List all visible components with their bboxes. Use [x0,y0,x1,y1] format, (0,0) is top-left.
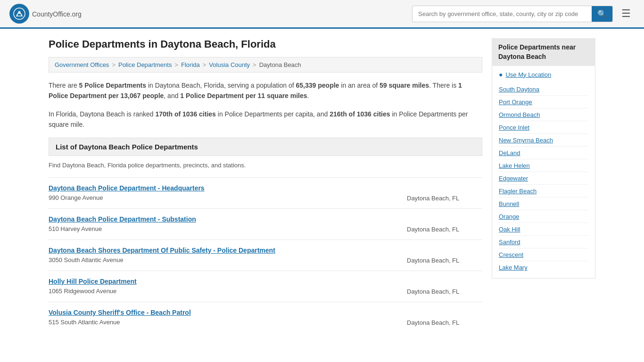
dept-address-4: 1065 Ridgewood Avenue [49,288,116,295]
sidebar-link-deland[interactable]: DeLand [499,149,520,156]
dept-info-5: Volusia County Sheriff's Office - Beach … [49,309,407,326]
dept-name-1[interactable]: Daytona Beach Police Department - Headqu… [49,184,205,192]
sidebar-location: ● Use My Location [499,71,588,78]
rank-capita: 170th of 1036 cities [155,110,215,118]
table-row: Daytona Beach Police Department - Substa… [49,208,482,239]
dept-city-5: Daytona Beach, FL [407,309,482,326]
sidebar-link-flagler-beach[interactable]: Flagler Beach [499,188,537,195]
section-header: List of Daytona Beach Police Departments [49,138,482,156]
sidebar-link-bunnell[interactable]: Bunnell [499,200,519,207]
dept-info-3: Daytona Beach Shores Department Of Publi… [49,247,407,263]
sidebar-link-edgewater[interactable]: Edgewater [499,175,528,182]
per-sq-mile: 1 Police Department per 11 square miles [180,92,307,99]
sidebar-link-crescent[interactable]: Crescent [499,251,523,258]
sidebar: Police Departments near Daytona Beach ● … [492,38,595,333]
table-row: Daytona Beach Shores Department Of Publi… [49,239,482,271]
list-item: Lake Mary [499,261,588,273]
logo-text: CountyOffice.org [32,9,82,19]
location-icon: ● [499,71,503,78]
logo-icon [9,4,29,24]
list-item: Oak Hill [499,223,588,236]
list-item: Ponce Inlet [499,121,588,134]
dept-name-2[interactable]: Daytona Beach Police Department - Substa… [49,215,196,223]
breadcrumb-volusia-county[interactable]: Volusia County [209,61,250,68]
sidebar-header: Police Departments near Daytona Beach [492,38,595,66]
sidebar-link-port-orange[interactable]: Port Orange [499,99,532,106]
sidebar-link-lake-helen[interactable]: Lake Helen [499,162,530,169]
list-item: Orange [499,210,588,223]
sidebar-nearby-list: South Daytona Port Orange Ormond Beach P… [499,83,588,273]
sidebar-link-ponce-inlet[interactable]: Ponce Inlet [499,124,529,131]
breadcrumb-sep-1: > [112,61,116,68]
sidebar-link-south-daytona[interactable]: South Daytona [499,86,539,93]
list-item: New Smyrna Beach [499,134,588,147]
city-name: Daytona Beach, Florida [155,82,224,89]
description: There are 5 Police Departments in Dayton… [49,80,482,101]
dept-name-4[interactable]: Holly Hill Police Department [49,278,137,285]
sidebar-link-new-smyrna-beach[interactable]: New Smyrna Beach [499,137,553,144]
list-item: Crescent [499,248,588,261]
dept-address-3: 3050 South Atlantic Avenue [49,256,124,263]
dept-city-4: Daytona Beach, FL [407,278,482,295]
dept-address-5: 515 South Atlantic Avenue [49,319,120,326]
breadcrumb-florida[interactable]: Florida [181,61,200,68]
sidebar-link-sanford[interactable]: Sanford [499,239,520,246]
table-row: Holly Hill Police Department 1065 Ridgew… [49,271,482,302]
breadcrumb-daytona-beach: Daytona Beach [259,61,301,68]
breadcrumb-sep-4: > [253,61,256,68]
dept-label: Police Departments [84,82,146,89]
list-item: DeLand [499,147,588,159]
dept-name-5[interactable]: Volusia County Sheriff's Office - Beach … [49,309,191,316]
area: 59 square miles [380,82,429,89]
breadcrumb-government-offices[interactable]: Government Offices [55,61,109,68]
dept-info-2: Daytona Beach Police Department - Substa… [49,215,407,232]
breadcrumb: Government Offices > Police Departments … [49,57,482,73]
table-row: Volusia County Sheriff's Office - Beach … [49,302,482,333]
departments-list: Daytona Beach Police Department - Headqu… [49,177,482,333]
content-area: Police Departments in Daytona Beach, Flo… [49,38,482,333]
dept-city-1: Daytona Beach, FL [407,184,482,202]
search-bar: 🔍 [412,6,613,22]
breadcrumb-sep-2: > [174,61,178,68]
sidebar-link-orange[interactable]: Orange [499,213,519,220]
list-item: Edgewater [499,172,588,185]
dept-address-1: 990 Orange Avenue [49,194,103,201]
list-item: Bunnell [499,197,588,210]
menu-button[interactable]: ☰ [618,7,635,21]
page-title: Police Departments in Daytona Beach, Flo… [49,38,482,50]
sidebar-link-oak-hill[interactable]: Oak Hill [499,226,520,233]
list-item: Lake Helen [499,159,588,172]
list-item: Port Orange [499,96,588,108]
dept-city-2: Daytona Beach, FL [407,215,482,233]
search-input[interactable] [413,7,592,21]
dept-name-3[interactable]: Daytona Beach Shores Department Of Publi… [49,247,275,254]
main-container: Police Departments in Daytona Beach, Flo… [39,29,605,342]
population: 65,339 people [296,82,339,89]
sidebar-link-lake-mary[interactable]: Lake Mary [499,264,528,271]
header-right: 🔍 ☰ [412,6,635,22]
list-item: Ormond Beach [499,108,588,121]
rank-sq-mile: 216th of 1036 cities [330,110,390,118]
use-my-location-link[interactable]: Use My Location [505,71,551,78]
sidebar-content: ● Use My Location South Daytona Port Ora… [492,66,595,279]
list-item: South Daytona [499,83,588,96]
dept-info-1: Daytona Beach Police Department - Headqu… [49,184,407,201]
table-row: Daytona Beach Police Department - Headqu… [49,177,482,208]
dept-city-3: Daytona Beach, FL [407,247,482,264]
dept-count: 5 [79,82,83,89]
dept-address-2: 510 Harvey Avenue [49,225,102,232]
list-item: Flagler Beach [499,185,588,197]
section-description: Find Daytona Beach, Florida police depar… [49,162,482,169]
search-button[interactable]: 🔍 [592,6,612,22]
svg-point-1 [18,11,21,14]
breadcrumb-sep-3: > [203,61,206,68]
logo-area: CountyOffice.org [9,4,82,24]
list-item: Sanford [499,236,588,248]
header: CountyOffice.org 🔍 ☰ [0,0,644,29]
dept-info-4: Holly Hill Police Department 1065 Ridgew… [49,278,407,295]
sidebar-link-ormond-beach[interactable]: Ormond Beach [499,111,540,118]
ranking-description: In Florida, Daytona Beach is ranked 170t… [49,109,482,130]
breadcrumb-police-departments[interactable]: Police Departments [118,61,172,68]
